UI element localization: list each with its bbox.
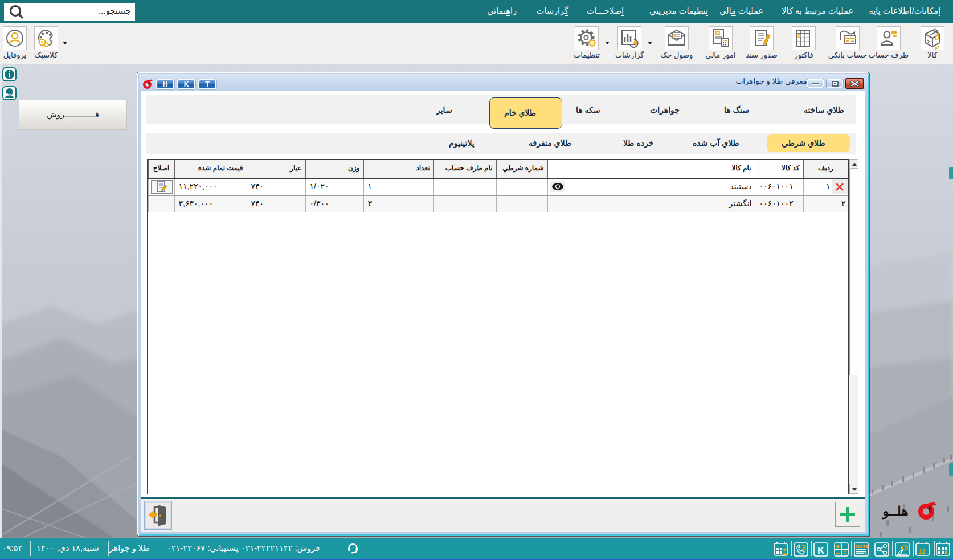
svg-text:$: $ (673, 33, 676, 38)
svg-text:$: $ (716, 31, 718, 36)
svg-text:NOTE: NOTE (856, 544, 869, 549)
svg-text:K: K (817, 545, 825, 556)
svg-text:12: 12 (919, 548, 926, 555)
svg-text:$: $ (797, 33, 800, 39)
